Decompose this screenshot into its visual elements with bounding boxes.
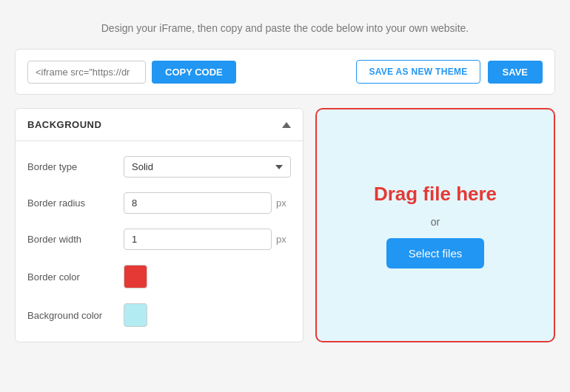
border-type-row: Border type Solid Dashed Dotted None	[16, 149, 303, 185]
border-radius-control: px	[124, 192, 291, 214]
panel-body: Border type Solid Dashed Dotted None Bor…	[16, 141, 303, 342]
border-color-swatch[interactable]	[124, 265, 147, 288]
select-files-button[interactable]: Select files	[386, 238, 485, 268]
border-width-label: Border width	[27, 234, 124, 245]
or-text: or	[431, 216, 440, 228]
background-color-swatch[interactable]	[124, 303, 147, 327]
background-color-row: Background color	[16, 296, 303, 334]
border-color-label: Border color	[27, 271, 124, 283]
panel-header: BACKGROUND	[16, 109, 303, 141]
border-width-control: px	[124, 229, 291, 250]
drag-drop-panel: Drag file here or Select files	[315, 108, 555, 342]
left-panel: BACKGROUND Border type Solid Dashed Dott…	[15, 108, 304, 342]
top-bar-left: COPY CODE	[27, 61, 236, 84]
border-radius-input[interactable]	[124, 192, 272, 214]
chevron-up-icon[interactable]	[282, 122, 291, 128]
border-color-row: Border color	[16, 257, 303, 296]
save-as-new-theme-button[interactable]: SAVE AS NEW THEME	[356, 60, 480, 84]
panel-title: BACKGROUND	[27, 119, 101, 130]
iframe-code-input[interactable]	[27, 61, 146, 84]
background-color-control	[124, 303, 291, 327]
page-subtitle: Design your iFrame, then copy and paste …	[101, 22, 469, 34]
border-color-control	[124, 265, 291, 288]
background-color-label: Background color	[27, 310, 124, 321]
border-width-row: Border width px	[16, 221, 303, 257]
drag-file-text: Drag file here	[374, 183, 497, 206]
main-content: BACKGROUND Border type Solid Dashed Dott…	[15, 108, 555, 342]
border-width-input[interactable]	[124, 229, 272, 250]
border-type-label: Border type	[27, 161, 124, 172]
border-radius-label: Border radius	[27, 197, 124, 209]
copy-code-button[interactable]: COPY CODE	[152, 61, 236, 84]
save-button[interactable]: SAVE	[488, 61, 543, 84]
border-width-unit: px	[276, 234, 291, 245]
border-radius-row: Border radius px	[16, 185, 303, 221]
border-type-select[interactable]: Solid Dashed Dotted None	[124, 156, 291, 178]
top-bar-right: SAVE AS NEW THEME SAVE	[356, 60, 543, 84]
border-type-control: Solid Dashed Dotted None	[124, 156, 291, 178]
border-radius-unit: px	[276, 197, 291, 209]
top-bar: COPY CODE SAVE AS NEW THEME SAVE	[15, 49, 555, 95]
